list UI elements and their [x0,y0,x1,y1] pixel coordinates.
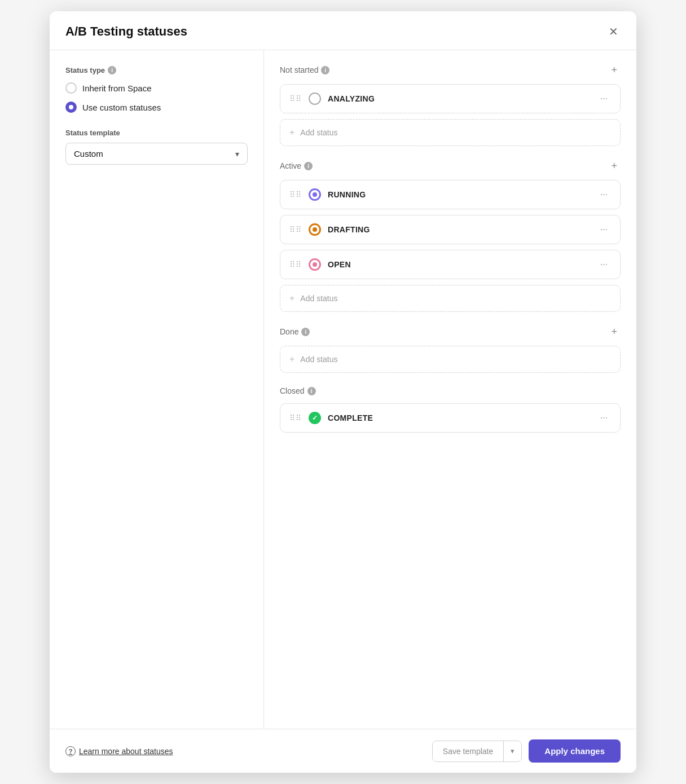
save-template-group: Save template ▾ [432,741,522,762]
learn-more-text: Learn more about statuses [79,747,173,756]
section-not-started: Not started i + ⠿⠿ ANALYZING ··· + Add s… [280,64,621,146]
save-template-button[interactable]: Save template [433,741,504,761]
status-item-complete: ⠿⠿ ✓ COMPLETE ··· [280,403,621,433]
add-status-done[interactable]: + Add status [280,346,621,373]
add-active-button[interactable]: + [608,160,621,172]
status-type-label: Status type i [65,66,248,74]
add-not-started-button[interactable]: + [608,64,621,76]
status-name-running: RUNNING [328,190,590,199]
section-closed-header: Closed i [280,386,621,395]
annotation-arrow [264,348,269,371]
inherit-option[interactable]: Inherit from Space [65,82,248,94]
radio-group: Inherit from Space Use custom statuses [65,82,248,113]
apply-changes-button[interactable]: Apply changes [529,739,621,763]
section-active: Active i + ⠿⠿ RUNNING ··· ⠿⠿ DRAFTING ··… [280,160,621,312]
modal-header: A/B Testing statuses ✕ [50,11,636,50]
drag-handle[interactable]: ⠿⠿ [289,190,302,199]
more-options-open[interactable]: ··· [597,258,611,271]
custom-label: Use custom statuses [82,103,161,112]
template-select-value: Custom [74,149,103,158]
active-info-icon: i [304,162,313,170]
modal-title: A/B Testing statuses [65,24,187,39]
status-item-drafting: ⠿⠿ DRAFTING ··· [280,215,621,244]
status-dot-running [309,188,321,201]
add-status-not-started[interactable]: + Add status [280,119,621,146]
closed-info-icon: i [307,387,316,395]
status-dot-drafting [309,223,321,236]
close-icon: ✕ [609,26,618,37]
status-name-complete: COMPLETE [328,413,590,422]
add-status-active[interactable]: + Add status [280,285,621,312]
section-not-started-header: Not started i + [280,64,621,76]
footer-actions: Save template ▾ Apply changes [432,739,621,763]
status-item-open: ⠿⠿ OPEN ··· [280,250,621,279]
status-dot-open [309,258,321,271]
custom-radio[interactable] [65,102,77,113]
add-status-label: Add status [300,128,337,137]
question-icon: ? [65,746,76,756]
not-started-info-icon: i [321,66,329,74]
drag-handle[interactable]: ⠿⠿ [289,413,302,422]
status-name-analyzing: ANALYZING [328,94,590,103]
status-type-info-icon: i [108,66,116,74]
status-dot-complete: ✓ [309,412,321,424]
done-info-icon: i [301,328,310,336]
drag-handle[interactable]: ⠿⠿ [289,225,302,234]
template-select[interactable]: Custom ▾ [65,143,248,165]
inherit-label: Inherit from Space [82,83,152,93]
more-options-running[interactable]: ··· [597,188,611,201]
more-options-drafting[interactable]: ··· [597,223,611,236]
section-not-started-name: Not started i [280,65,329,74]
section-closed: Closed i ⠿⠿ ✓ COMPLETE ··· [280,386,621,433]
custom-option[interactable]: Use custom statuses [65,102,248,113]
drag-handle[interactable]: ⠿⠿ [289,260,302,269]
section-done-header: Done i + [280,325,621,338]
status-dot-analyzing [309,93,321,105]
status-item-analyzing: ⠿⠿ ANALYZING ··· [280,84,621,113]
more-options-analyzing[interactable]: ··· [597,93,611,105]
modal: A/B Testing statuses ✕ Status type i Inh… [50,11,636,773]
add-icon: + [289,354,294,364]
modal-footer: ? Learn more about statuses Save templat… [50,729,636,773]
chevron-down-icon: ▾ [511,747,514,755]
right-panel: Not started i + ⠿⠿ ANALYZING ··· + Add s… [264,50,636,729]
arrow-container: + Add status [280,346,621,373]
section-done-name: Done i [280,327,310,336]
inherit-radio[interactable] [65,82,77,94]
learn-more-link[interactable]: ? Learn more about statuses [65,746,173,756]
drag-handle[interactable]: ⠿⠿ [289,94,302,103]
section-active-header: Active i + [280,160,621,172]
left-panel: Status type i Inherit from Space Use cus… [50,50,264,729]
add-status-label: Add status [300,294,337,303]
chevron-down-icon: ▾ [235,149,239,158]
add-status-label: Add status [300,355,337,364]
close-button[interactable]: ✕ [606,24,621,39]
template-section-label: Status template [65,129,248,137]
status-name-drafting: DRAFTING [328,225,590,234]
add-icon: + [289,293,294,303]
status-name-open: OPEN [328,260,590,269]
add-icon: + [289,127,294,138]
section-done: Done i + [280,325,621,373]
section-active-name: Active i [280,161,313,170]
status-item-running: ⠿⠿ RUNNING ··· [280,180,621,209]
section-closed-name: Closed i [280,386,316,395]
add-done-button[interactable]: + [608,325,621,338]
more-options-complete[interactable]: ··· [597,412,611,424]
save-template-dropdown[interactable]: ▾ [504,741,521,761]
modal-body: Status type i Inherit from Space Use cus… [50,50,636,729]
